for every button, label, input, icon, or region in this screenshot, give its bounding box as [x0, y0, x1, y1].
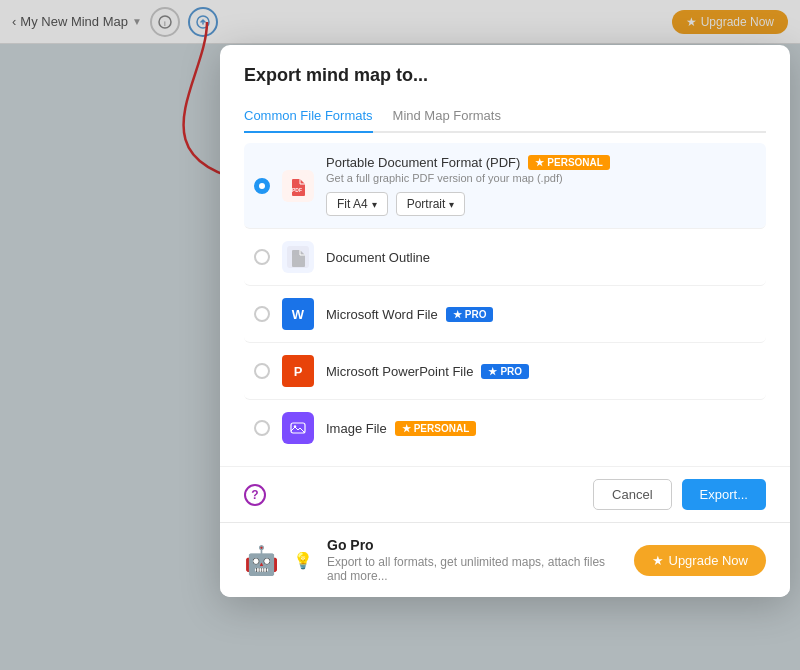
pdf-name: Portable Document Format (PDF)	[326, 155, 520, 170]
ppt-name: Microsoft PowerPoint File	[326, 364, 473, 379]
star-icon: ★	[402, 423, 411, 434]
format-item-word[interactable]: W Microsoft Word File ★ PRO	[244, 286, 766, 343]
img-name: Image File	[326, 421, 387, 436]
tab-mind-map-formats[interactable]: Mind Map Formats	[393, 100, 501, 133]
format-list: PDF Portable Document Format (PDF) ★ PER…	[220, 133, 790, 466]
dialog-tabs: Common File Formats Mind Map Formats	[244, 100, 766, 133]
fit-size-select[interactable]: Fit A4	[326, 192, 388, 216]
format-item-img[interactable]: Image File ★ PERSONAL	[244, 400, 766, 456]
ppt-icon: P	[282, 355, 314, 387]
word-name: Microsoft Word File	[326, 307, 438, 322]
help-button[interactable]: ?	[244, 484, 266, 506]
radio-img[interactable]	[254, 420, 270, 436]
format-item-ppt[interactable]: P Microsoft PowerPoint File ★ PRO	[244, 343, 766, 400]
ppt-badge: ★ PRO	[481, 364, 529, 379]
pdf-badge: ★ PERSONAL	[528, 155, 610, 170]
go-pro-banner: 🤖 💡 Go Pro Export to all formats, get un…	[220, 522, 790, 597]
dialog-header: Export mind map to... Common File Format…	[220, 45, 790, 133]
dialog-title: Export mind map to...	[244, 65, 766, 86]
doc-icon	[282, 241, 314, 273]
star-icon: ★	[652, 553, 664, 568]
go-pro-title: Go Pro	[327, 537, 620, 553]
img-icon	[282, 412, 314, 444]
pdf-desc: Get a full graphic PDF version of your m…	[326, 172, 756, 184]
go-pro-text: Go Pro Export to all formats, get unlimi…	[327, 537, 620, 583]
star-icon: ★	[535, 157, 544, 168]
radio-pdf[interactable]	[254, 178, 270, 194]
orientation-select[interactable]: Portrait	[396, 192, 466, 216]
dialog-footer: ? Cancel Export...	[220, 466, 790, 522]
export-button[interactable]: Export...	[682, 479, 766, 510]
img-details: Image File ★ PERSONAL	[326, 421, 756, 436]
radio-outline[interactable]	[254, 249, 270, 265]
format-item-outline[interactable]: Document Outline	[244, 229, 766, 286]
cancel-button[interactable]: Cancel	[593, 479, 671, 510]
lightbulb-icon: 💡	[293, 551, 313, 570]
outline-details: Document Outline	[326, 250, 756, 265]
pdf-details: Portable Document Format (PDF) ★ PERSONA…	[326, 155, 756, 216]
word-details: Microsoft Word File ★ PRO	[326, 307, 756, 322]
ppt-details: Microsoft PowerPoint File ★ PRO	[326, 364, 756, 379]
upgrade-now-button[interactable]: ★ Upgrade Now	[634, 545, 767, 576]
pdf-options: Fit A4 Portrait	[326, 192, 756, 216]
format-item-pdf[interactable]: PDF Portable Document Format (PDF) ★ PER…	[244, 143, 766, 229]
svg-rect-6	[289, 419, 307, 437]
tab-common-formats[interactable]: Common File Formats	[244, 100, 373, 133]
robot-icon: 🤖	[244, 544, 279, 577]
svg-text:PDF: PDF	[292, 187, 302, 193]
radio-ppt[interactable]	[254, 363, 270, 379]
radio-word[interactable]	[254, 306, 270, 322]
outline-name: Document Outline	[326, 250, 430, 265]
export-dialog: Export mind map to... Common File Format…	[220, 45, 790, 597]
star-icon: ★	[453, 309, 462, 320]
word-icon: W	[282, 298, 314, 330]
pdf-icon: PDF	[282, 170, 314, 202]
star-icon: ★	[488, 366, 497, 377]
go-pro-desc: Export to all formats, get unlimited map…	[327, 555, 620, 583]
img-badge: ★ PERSONAL	[395, 421, 477, 436]
dialog-buttons: Cancel Export...	[593, 479, 766, 510]
word-badge: ★ PRO	[446, 307, 494, 322]
